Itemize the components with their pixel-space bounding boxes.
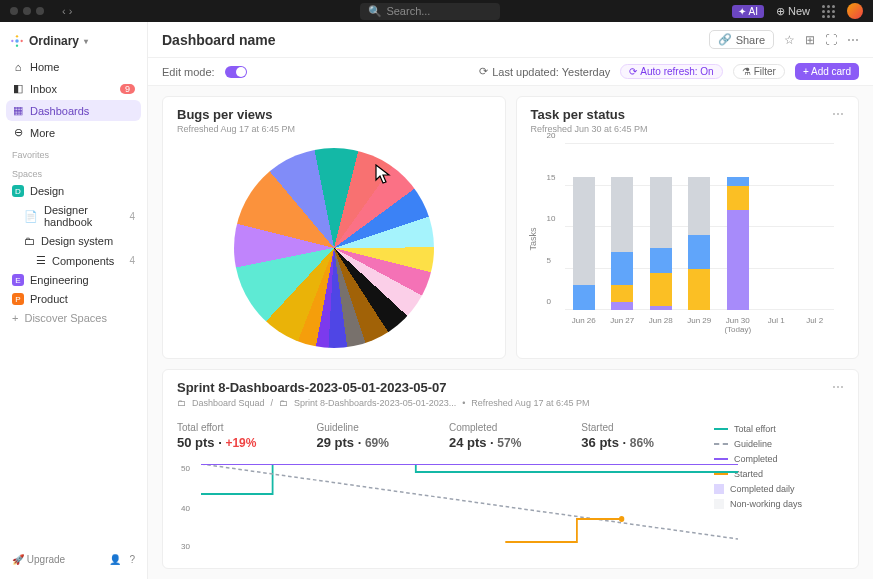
folder-icon: 🗀: [177, 398, 186, 408]
filter-icon: ⚗: [742, 66, 751, 77]
stat-guideline: Guideline 29 pts · 69%: [316, 422, 388, 450]
sidebar: Ordinary ▾ ⌂Home ◧Inbox9 ▦Dashboards ⊖Mo…: [0, 22, 148, 579]
home-icon: ⌂: [12, 61, 24, 73]
sprint-refreshed: Refreshed Aug 17 at 6:45 PM: [471, 398, 589, 408]
more-menu-icon[interactable]: ⋯: [847, 33, 859, 47]
global-search[interactable]: 🔍 Search...: [360, 3, 500, 20]
help-icon[interactable]: ?: [129, 554, 135, 565]
edit-mode-toggle[interactable]: [225, 66, 247, 78]
file-icon: 📄: [24, 210, 38, 223]
bugs-per-views-card: Bugs per views Refreshed Aug 17 at 6:45 …: [162, 96, 506, 359]
user-avatar[interactable]: [847, 3, 863, 19]
invite-icon[interactable]: 👤: [109, 554, 121, 565]
auto-refresh-pill[interactable]: ⟳Auto refresh: On: [620, 64, 722, 79]
stat-total-effort: Total effort 50 pts · +19%: [177, 422, 256, 450]
add-card-button[interactable]: + Add card: [795, 63, 859, 80]
svg-point-5: [619, 516, 624, 522]
card-menu-icon[interactable]: ⋯: [832, 107, 844, 121]
window-traffic-lights[interactable]: [10, 7, 44, 15]
dashboard-toolbar: Edit mode: ⟳Last updated: Yesterday ⟳Aut…: [148, 58, 873, 86]
card-menu-icon[interactable]: ⋯: [832, 380, 844, 394]
stat-started: Started 36 pts · 86%: [581, 422, 653, 450]
list-icon: ☰: [36, 254, 46, 267]
space-product[interactable]: PProduct: [6, 290, 141, 308]
spaces-label: Spaces: [6, 163, 141, 181]
space-design[interactable]: DDesign: [6, 182, 141, 200]
bar-column[interactable]: [650, 177, 672, 310]
chevron-down-icon: ▾: [84, 37, 88, 46]
list-components[interactable]: ☰Components4: [6, 251, 141, 270]
workspace-name: Ordinary: [29, 34, 79, 48]
last-updated[interactable]: ⟳Last updated: Yesterday: [479, 65, 610, 78]
sprint-breadcrumb[interactable]: Sprint 8-Dashboards-2023-05-01-2023...: [294, 398, 456, 408]
sprint-squad[interactable]: Dashboard Squad: [192, 398, 265, 408]
apps-grid-icon[interactable]: [822, 5, 835, 18]
system-topbar: ‹ › 🔍 Search... ✦ AI ⊕ New: [0, 0, 873, 22]
page-header: Dashboard name 🔗Share ☆ ⊞ ⛶ ⋯: [148, 22, 873, 58]
folder-icon: 🗀: [24, 235, 35, 247]
expand-icon[interactable]: ⛶: [825, 33, 837, 47]
svg-point-2: [21, 40, 23, 42]
folder-designer-handbook[interactable]: 📄Designer handbook4: [6, 201, 141, 231]
bar-column[interactable]: [611, 177, 633, 310]
bar-column[interactable]: [688, 177, 710, 310]
space-engineering[interactable]: EEngineering: [6, 271, 141, 289]
share-icon: 🔗: [718, 33, 732, 46]
inbox-badge: 9: [120, 84, 135, 94]
refresh-icon: ⟳: [479, 65, 488, 78]
sprint-card: Sprint 8-Dashboards-2023-05-01-2023-05-0…: [162, 369, 859, 569]
card-title: Bugs per views: [177, 107, 295, 122]
space-badge: E: [12, 274, 24, 286]
dashboard-icon: ▦: [12, 104, 24, 117]
edit-mode-label: Edit mode:: [162, 66, 215, 78]
card-refreshed: Refreshed Aug 17 at 6:45 PM: [177, 124, 295, 134]
y-axis-label: Tasks: [527, 227, 537, 250]
search-placeholder: Search...: [386, 5, 430, 17]
bar-column[interactable]: [727, 177, 749, 310]
favorites-label: Favorites: [6, 144, 141, 162]
svg-point-0: [15, 39, 19, 43]
page-title: Dashboard name: [162, 32, 276, 48]
space-badge: D: [12, 185, 24, 197]
workspace-icon: [10, 34, 24, 48]
pie-chart[interactable]: [234, 148, 434, 348]
nav-home[interactable]: ⌂Home: [6, 57, 141, 77]
main-content: Dashboard name 🔗Share ☆ ⊞ ⛶ ⋯ Edit mode:…: [148, 22, 873, 579]
stacked-bar-chart[interactable]: Tasks 05101520 Jun 26Jun 27Jun 28Jun 29J…: [531, 134, 845, 334]
print-icon[interactable]: ⊞: [805, 33, 815, 47]
workspace-switcher[interactable]: Ordinary ▾: [6, 30, 141, 56]
new-button[interactable]: ⊕ New: [776, 5, 810, 18]
task-per-status-card: Task per status Refreshed Jun 30 at 6:45…: [516, 96, 860, 359]
nav-dashboards[interactable]: ▦Dashboards: [6, 100, 141, 121]
more-icon: ⊖: [12, 126, 24, 139]
stat-completed: Completed 24 pts · 57%: [449, 422, 521, 450]
filter-button[interactable]: ⚗Filter: [733, 64, 785, 79]
search-icon: 🔍: [368, 5, 382, 18]
nav-more[interactable]: ⊖More: [6, 122, 141, 143]
plus-icon: +: [12, 312, 18, 324]
bar-column[interactable]: [573, 177, 595, 310]
discover-spaces[interactable]: +Discover Spaces: [6, 309, 141, 327]
upgrade-button[interactable]: 🚀 Upgrade: [12, 554, 65, 565]
folder-icon: 🗀: [279, 398, 288, 408]
card-title: Task per status: [531, 107, 648, 122]
clock-icon: ⟳: [629, 66, 637, 77]
nav-back-forward[interactable]: ‹ ›: [62, 5, 72, 17]
inbox-icon: ◧: [12, 82, 24, 95]
svg-point-1: [16, 35, 18, 37]
nav-inbox[interactable]: ◧Inbox9: [6, 78, 141, 99]
space-badge: P: [12, 293, 24, 305]
star-icon[interactable]: ☆: [784, 33, 795, 47]
svg-point-4: [11, 40, 13, 42]
sprint-title: Sprint 8-Dashboards-2023-05-01-2023-05-0…: [177, 380, 832, 395]
folder-design-system[interactable]: 🗀Design system: [6, 232, 141, 250]
svg-point-3: [16, 45, 18, 47]
burndown-chart[interactable]: 50 40 30: [177, 464, 714, 544]
ai-button[interactable]: ✦ AI: [732, 5, 764, 18]
share-button[interactable]: 🔗Share: [709, 30, 774, 49]
